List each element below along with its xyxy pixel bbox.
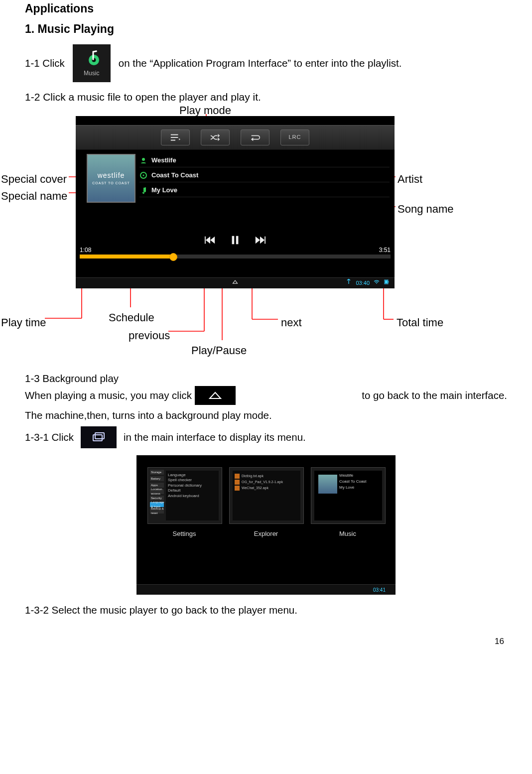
svg-point-21	[142, 158, 145, 161]
step-1-1-suffix: on the “Application Program Interface” t…	[119, 56, 402, 71]
label-total-time: Total time	[397, 314, 443, 331]
play-mode-button[interactable]	[201, 129, 230, 145]
label-next: next	[281, 314, 302, 331]
wifi-icon	[374, 279, 380, 287]
page-number: 16	[25, 635, 507, 648]
settings-detail: Language	[168, 473, 217, 478]
total-time: 3:51	[379, 246, 391, 255]
settings-item: Location access	[150, 489, 164, 494]
step-1-1-prefix: 1-1 Click	[25, 56, 65, 71]
label-special-name: Special name	[1, 188, 67, 204]
svg-point-23	[143, 174, 144, 176]
sec-1-3-b: to go back to the main interface.	[362, 388, 507, 403]
music-app-icon[interactable]: Music	[73, 44, 111, 82]
label-previous: previous	[129, 327, 170, 344]
label-special-cover: Special cover	[1, 171, 67, 187]
file-name: WeChat_352.apk	[242, 486, 268, 490]
recent-cap-explorer: Explorer	[229, 529, 303, 539]
step-1-2: 1-2 Click a music file to open the playe…	[25, 89, 507, 105]
label-schedule: Schedule	[109, 309, 154, 326]
recent-cap-music: Music	[311, 529, 385, 539]
album-name: Coast To Coast	[151, 170, 198, 180]
svg-rect-24	[205, 237, 206, 244]
settings-item: Backup & reset	[150, 509, 164, 514]
sec-1-3-a: When playing a music, you may click	[25, 388, 192, 403]
usb-icon	[346, 279, 352, 287]
recent-music-card[interactable]: Westlife Coast To Coast My Love	[311, 467, 386, 524]
sec-1-3-1-b: in the main interface to display its men…	[124, 430, 306, 445]
heading-applications: Applications	[25, 0, 507, 17]
sec-1-3-title: 1-3 Background play	[25, 371, 507, 387]
album-row: Coast To Coast	[139, 169, 390, 182]
artist-icon	[139, 156, 147, 164]
svg-rect-32	[95, 433, 104, 439]
status-bar: 03:40	[76, 277, 395, 288]
svg-rect-29	[388, 281, 389, 282]
svg-rect-25	[232, 236, 235, 245]
label-play-time: Play time	[1, 314, 46, 331]
home-nav-icon[interactable]	[232, 279, 238, 287]
player-topbar: LRC	[76, 125, 395, 150]
svg-rect-27	[265, 237, 266, 244]
svg-rect-30	[385, 280, 388, 283]
label-play-pause: Play/Pause	[191, 342, 247, 359]
music-app-label: Music	[84, 69, 99, 78]
recent-apps-screenshot: Storage Battery Apps Location access Sec…	[136, 455, 396, 595]
sec-1-3-1-a: 1-3-1 Click	[25, 430, 74, 445]
music-player-screenshot: LRC westlife COAST TO COAST Westlife Coa…	[76, 116, 395, 288]
playlist-button[interactable]	[161, 129, 190, 145]
settings-item: Storage	[150, 470, 164, 475]
label-artist: Artist	[398, 171, 422, 187]
recent-settings-card[interactable]: Storage Battery Apps Location access Sec…	[147, 467, 222, 524]
lrc-button[interactable]: LRC	[280, 129, 309, 145]
battery-icon	[384, 279, 390, 287]
sec-1-3-2: 1-3-2 Select the music player to go back…	[25, 603, 507, 618]
file-name: OG_for_Pad_V1.9.2-1.apk	[242, 480, 283, 484]
progress-thumb[interactable]	[169, 253, 177, 261]
file-icon	[235, 474, 240, 479]
player-diagram: Play mode Playlist Random Special cover …	[0, 105, 532, 359]
song-name: My Love	[151, 185, 177, 195]
status-clock-2: 03:41	[373, 586, 386, 594]
file-icon	[235, 486, 240, 491]
mini-album-art	[318, 475, 337, 494]
status-clock: 03:40	[356, 279, 370, 287]
svg-rect-26	[236, 236, 239, 245]
progress-bar[interactable]	[80, 255, 391, 258]
cover-album-text: COAST TO COAST	[92, 181, 130, 186]
settings-detail: Default	[168, 488, 217, 493]
progress-area: 1:08 3:51	[76, 247, 395, 269]
random-button[interactable]	[241, 129, 269, 145]
cover-artist-text: westlife	[98, 170, 125, 181]
step-1-1: 1-1 Click Music on the “Application Prog…	[25, 44, 507, 82]
file-icon	[235, 480, 240, 485]
progress-fill	[80, 255, 173, 258]
sec-1-3-c: The machine,then, turns into a backgroun…	[25, 408, 507, 423]
file-name: Dictbig.txt.apk	[242, 474, 264, 478]
home-button-icon[interactable]	[195, 386, 236, 405]
artist-row: Westlife	[139, 154, 390, 167]
artist-name: Westlife	[151, 155, 176, 165]
heading-music-playing: 1. Music Playing	[25, 20, 507, 38]
settings-detail: Spell checker	[168, 478, 217, 483]
album-cover: westlife COAST TO COAST	[87, 154, 135, 203]
settings-item: Battery	[150, 476, 164, 481]
label-song-name: Song name	[398, 201, 454, 217]
song-icon	[139, 186, 147, 194]
recent-apps-button-icon[interactable]	[81, 426, 117, 448]
recent-explorer-card[interactable]: Dictbig.txt.apk OG_for_Pad_V1.9.2-1.apk …	[229, 467, 304, 524]
settings-detail: Personal dictionary	[168, 483, 217, 488]
elapsed-time: 1:08	[80, 246, 91, 255]
music-note-icon	[83, 49, 101, 67]
album-icon	[139, 171, 147, 179]
recent-cap-settings: Settings	[147, 529, 221, 539]
song-row: My Love	[139, 184, 390, 197]
settings-detail: Android keyboard	[168, 494, 217, 499]
svg-rect-31	[93, 435, 102, 441]
